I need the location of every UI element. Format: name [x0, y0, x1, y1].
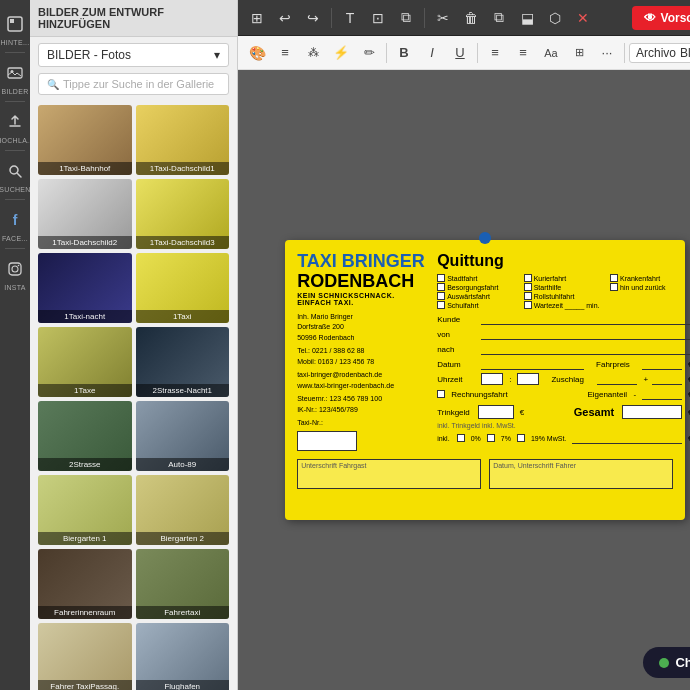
image-cell-taxi[interactable]: 1Taxi — [136, 253, 230, 323]
font-weight-label: Black — [680, 46, 690, 60]
image-cell-fahrerinnenraum[interactable]: Fahrerinnenraum — [38, 549, 132, 619]
underline-btn[interactable]: U — [447, 40, 473, 66]
cb-rechnungsfahrt-box[interactable] — [437, 390, 445, 398]
close-btn[interactable]: ✕ — [570, 5, 596, 31]
image-cell-dachschild2[interactable]: 1Taxi-Dachschild2 — [38, 179, 132, 249]
cut-btn[interactable]: ✂ — [430, 5, 456, 31]
cb-stadtfahrt-box[interactable] — [437, 274, 445, 282]
align-btn[interactable]: ≡ — [272, 40, 298, 66]
font-dropdown[interactable]: Archivo Black ▾ — [629, 43, 690, 63]
cb-krankenfahrt-box[interactable] — [610, 274, 618, 282]
receipt-form: Quittung Stadtfahrt Kurierfahrt — [437, 252, 690, 451]
image-cell-dachschild3[interactable]: 1Taxi-Dachschild3 — [136, 179, 230, 249]
cb-stadtfahrt: Stadtfahrt — [437, 274, 519, 282]
receipt-card[interactable]: TAXI BRINGER RODENBACH KEIN SCHNICKSCHNA… — [285, 240, 685, 520]
cb-kurierfahrt-label: Kurierfahrt — [534, 275, 567, 282]
zuschlag-extra[interactable] — [652, 373, 682, 385]
image-cell-dachschild1[interactable]: 1Taxi-Dachschild1 — [136, 105, 230, 175]
signature-fahrgast[interactable]: Unterschrift Fahrgast — [297, 459, 481, 489]
cb-wartezeit-box[interactable] — [524, 301, 532, 309]
delete-btn[interactable]: 🗑 — [458, 5, 484, 31]
bilder-icon — [1, 59, 29, 87]
cb-kurierfahrt-box[interactable] — [524, 274, 532, 282]
cb-auswaertsfahrt: Auswärtsfahrt — [437, 292, 519, 300]
vorschau-button[interactable]: 👁 Vorschau — [632, 6, 690, 30]
copy-btn[interactable]: ⧉ — [486, 5, 512, 31]
trinkgeld-field[interactable] — [478, 405, 514, 419]
italic-btn[interactable]: I — [419, 40, 445, 66]
toolbar-format: 🎨 ≡ ⁂ ⚡ ✏ B I U ≡ ≡ Aa ⊞ ··· Archivo Bla… — [238, 36, 690, 70]
image-cell-biergarten1[interactable]: Biergarten 1 — [38, 475, 132, 545]
edit-btn[interactable]: ✏ — [356, 40, 382, 66]
von-field[interactable] — [481, 328, 690, 340]
chat-widget[interactable]: Chat — [643, 647, 690, 678]
chat-bubble[interactable]: Chat — [643, 647, 690, 678]
image-cell-auto[interactable]: Auto-89 — [136, 401, 230, 471]
image-cell-fahrertaxi[interactable]: Fahrertaxi — [136, 549, 230, 619]
cb-19pct[interactable] — [517, 434, 525, 442]
cb-0pct[interactable] — [457, 434, 465, 442]
image-cell-strasse[interactable]: 2Strasse — [38, 401, 132, 471]
image-cell-fahrer-pass[interactable]: Fahrer TaxiPassag. — [38, 623, 132, 690]
signature-fahrer[interactable]: Datum, Unterschrift Fahrer — [489, 459, 673, 489]
image-cell-bahnhof[interactable]: 1Taxi-Bahnhof — [38, 105, 132, 175]
bold-btn[interactable]: B — [391, 40, 417, 66]
cb-besorgungsfahrt-box[interactable] — [437, 283, 445, 291]
mwst-field[interactable] — [572, 432, 682, 444]
text-btn[interactable]: T — [337, 5, 363, 31]
sidebar-item-suchen[interactable]: SUCHEN — [0, 155, 30, 195]
image-cell-strasse-nacht[interactable]: 2Strasse-Nacht1 — [136, 327, 230, 397]
align-left-btn[interactable]: ≡ — [482, 40, 508, 66]
datum-field[interactable] — [481, 358, 584, 370]
cb-auswaertsfahrt-box[interactable] — [437, 292, 445, 300]
panel-dropdown[interactable]: BILDER - Fotos ▾ — [38, 43, 229, 67]
sidebar-item-hintergrund[interactable]: HINTE... — [0, 8, 30, 48]
image-cell-biergarten2[interactable]: Biergarten 2 — [136, 475, 230, 545]
image-label-auto: Auto-89 — [136, 458, 230, 471]
svg-rect-5 — [9, 263, 21, 275]
uhrzeit-h[interactable] — [481, 373, 503, 385]
image-cell-taxe[interactable]: 1Taxe — [38, 327, 132, 397]
eigenanteil-field[interactable] — [642, 388, 682, 400]
undo-btn[interactable]: ↩ — [272, 5, 298, 31]
taxi-nr-box[interactable] — [297, 431, 357, 451]
gesamt-field[interactable] — [622, 405, 682, 419]
cb-starthilfe-box[interactable] — [524, 283, 532, 291]
cb-schulfahrt-box[interactable] — [437, 301, 445, 309]
kunde-field[interactable] — [481, 313, 690, 325]
svg-point-7 — [18, 265, 20, 267]
nach-field[interactable] — [481, 343, 690, 355]
grid-btn[interactable]: ⊞ — [244, 5, 270, 31]
more-btn[interactable]: ··· — [594, 40, 620, 66]
image-panel: BILDER ZUM ENTWURF HINZUFÜGEN BILDER - F… — [30, 0, 238, 690]
add-btn[interactable]: ⊡ — [365, 5, 391, 31]
list-btn[interactable]: ⁂ — [300, 40, 326, 66]
uhrzeit-m[interactable] — [517, 373, 539, 385]
effects-btn[interactable]: ⚡ — [328, 40, 354, 66]
cb-rollstuhlfahrt-box[interactable] — [524, 292, 532, 300]
image-cell-flughafen[interactable]: Flughafen — [136, 623, 230, 690]
paste-btn[interactable]: ⬓ — [514, 5, 540, 31]
color-btn[interactable]: 🎨 — [244, 40, 270, 66]
cb-7pct[interactable] — [487, 434, 495, 442]
zuschlag-field[interactable] — [597, 373, 637, 385]
redo-btn[interactable]: ↪ — [300, 5, 326, 31]
sidebar-item-insta[interactable]: INSTA — [0, 253, 30, 293]
align-right-btn[interactable]: ≡ — [510, 40, 536, 66]
contact-name: Inh. Mario Bringer — [297, 312, 427, 323]
image-cell-nacht[interactable]: 1Taxi-nacht — [38, 253, 132, 323]
duplicate-btn[interactable]: ⧉ — [393, 5, 419, 31]
chat-status-dot — [659, 658, 669, 668]
contact-email: taxi-bringer@rodenbach.de — [297, 370, 427, 381]
layers-btn[interactable]: ⬡ — [542, 5, 568, 31]
gesamt-label: Gesamt — [574, 406, 618, 418]
cb-hinundrueck-box[interactable] — [610, 283, 618, 291]
fahrpreis-field[interactable] — [642, 358, 682, 370]
sidebar-item-bilder[interactable]: BILDER — [0, 57, 30, 97]
table-btn[interactable]: ⊞ — [566, 40, 592, 66]
sidebar-item-facebook[interactable]: f FACE... — [0, 204, 30, 244]
font-size-btn[interactable]: Aa — [538, 40, 564, 66]
sidebar-item-hochladen[interactable]: HOCHLA... — [0, 106, 30, 146]
receipt-top: TAXI BRINGER RODENBACH KEIN SCHNICKSCHNA… — [297, 252, 673, 451]
panel-search[interactable]: 🔍 Tippe zur Suche in der Gallerie — [38, 73, 229, 95]
